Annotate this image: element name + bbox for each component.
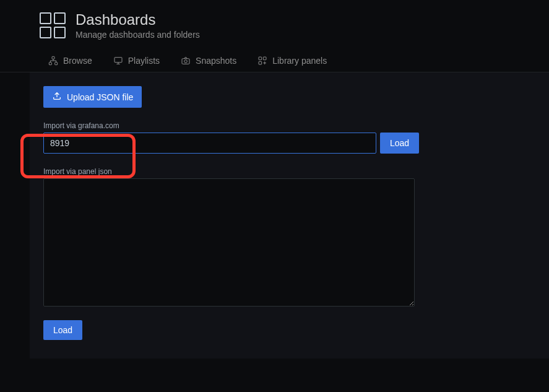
tab-snapshots[interactable]: Snapshots [181,56,236,66]
upload-json-label: Upload JSON file [67,92,133,102]
svg-rect-0 [52,56,54,59]
import-panel: Upload JSON file Import via grafana.com … [30,72,549,359]
tab-playlists[interactable]: Playlists [113,56,160,66]
svg-rect-8 [259,61,262,64]
svg-rect-7 [264,57,267,60]
page-title: Dashboards [76,11,200,28]
svg-rect-3 [115,58,122,63]
load-grafana-button[interactable]: Load [380,133,419,154]
import-json-label: Import via panel json [43,167,535,176]
presentation-icon [113,56,123,66]
svg-point-5 [184,60,188,63]
dashboards-icon [40,12,66,38]
svg-rect-2 [55,63,58,65]
upload-json-button[interactable]: Upload JSON file [43,86,142,108]
load-json-button[interactable]: Load [43,320,82,340]
camera-icon [181,56,191,66]
tab-library-panels[interactable]: Library panels [257,56,327,66]
svg-rect-4 [182,59,189,64]
sitemap-icon [48,56,58,66]
tabs-row: Browse Playlists Snapshots Library panel… [0,40,549,72]
tab-label: Playlists [128,56,160,66]
upload-icon [52,91,62,103]
page-subtitle: Manage dashboards and folders [76,30,200,40]
svg-rect-1 [49,63,51,65]
library-panel-icon [257,56,267,66]
tab-label: Browse [63,56,92,66]
tab-browse[interactable]: Browse [48,56,92,66]
svg-rect-6 [259,57,262,60]
import-json-textarea[interactable] [43,178,415,307]
tab-label: Library panels [272,56,327,66]
import-grafana-input[interactable] [43,133,376,154]
tab-label: Snapshots [196,56,236,66]
import-grafana-label: Import via grafana.com [43,121,535,130]
